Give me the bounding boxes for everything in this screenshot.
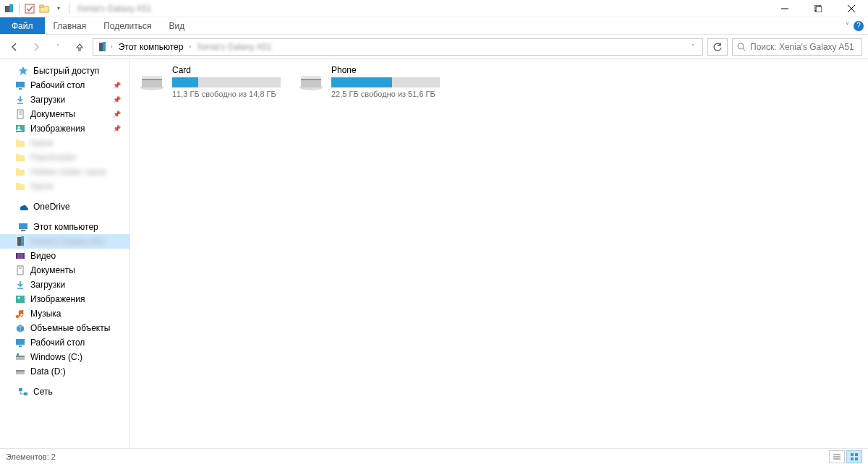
breadcrumb-device[interactable]: Xenia's Galaxy A51: [194, 42, 275, 52]
svg-rect-42: [16, 339, 25, 345]
app-icon: [3, 3, 14, 14]
usage-fill: [172, 77, 198, 87]
refresh-button[interactable]: [707, 38, 728, 56]
svg-rect-45: [16, 356, 25, 357]
address-dropdown-icon[interactable]: ˅: [686, 43, 699, 50]
pin-icon: 📌: [113, 111, 125, 118]
properties-icon[interactable]: [24, 3, 35, 14]
thispc-icon: [17, 221, 29, 233]
sidebar-item-blurred[interactable]: Hidden folder name: [0, 165, 129, 179]
qat-dropdown-icon[interactable]: ▾: [53, 3, 64, 14]
search-icon: [737, 43, 746, 51]
sidebar-network[interactable]: Сеть: [0, 384, 129, 399]
svg-point-41: [18, 297, 20, 299]
video-icon: [14, 250, 26, 262]
svg-rect-46: [17, 353, 19, 356]
sidebar-item-label: Быстрый доступ: [33, 66, 99, 76]
svg-rect-11: [103, 42, 106, 51]
pin-icon: 📌: [113, 82, 125, 89]
svg-rect-10: [99, 43, 103, 51]
sidebar-quick-access[interactable]: Быстрый доступ: [0, 64, 129, 78]
onedrive-icon: [17, 201, 29, 212]
close-button[interactable]: [835, 0, 868, 17]
desktop-icon: [14, 80, 26, 91]
svg-rect-15: [19, 88, 22, 90]
minimize-button[interactable]: [768, 0, 801, 17]
phone-icon: [14, 236, 26, 247]
tab-home[interactable]: Главная: [45, 17, 95, 34]
recent-dropdown[interactable]: ˅: [49, 38, 67, 56]
sidebar-item-device[interactable]: Xenia's Galaxy A51: [0, 234, 129, 249]
cube-icon: [14, 322, 26, 334]
tab-view[interactable]: Вид: [160, 17, 193, 34]
downloads-icon: [14, 94, 26, 106]
sidebar-item-label: Объемные объекты: [30, 323, 110, 333]
sidebar-item-downloads2[interactable]: Загрузки: [0, 278, 129, 292]
sidebar-item-blurred[interactable]: Name: [0, 179, 129, 194]
sidebar-item-label: Рабочий стол: [30, 338, 85, 348]
folder-qat-icon[interactable]: [38, 3, 50, 14]
desktop-icon: [14, 337, 26, 348]
forward-button[interactable]: [27, 38, 45, 56]
sidebar-item-desktop2[interactable]: Рабочий стол: [0, 335, 129, 350]
sidebar-item-documents2[interactable]: Документы: [0, 263, 129, 278]
maximize-button[interactable]: [801, 0, 835, 17]
svg-rect-31: [21, 230, 25, 231]
svg-rect-29: [16, 183, 20, 185]
back-button[interactable]: [6, 38, 23, 56]
svg-rect-49: [19, 388, 22, 391]
details-view-button[interactable]: [829, 450, 845, 463]
folder-icon: [14, 137, 26, 149]
drive-name: Phone: [331, 65, 450, 75]
sidebar-item-documents[interactable]: Документы 📌: [0, 107, 129, 121]
svg-rect-26: [16, 170, 25, 176]
drive-tile-card[interactable]: Card 11,3 ГБ свободно из 14,8 ГБ: [139, 65, 291, 98]
sidebar-item-label: Xenia's Galaxy A51: [30, 236, 106, 246]
device-icon: [96, 41, 108, 53]
search-box[interactable]: [732, 38, 862, 56]
breadcrumb-thispc[interactable]: Этот компьютер: [116, 42, 187, 52]
drive-icon: [14, 351, 26, 363]
storage-icon: [298, 72, 324, 92]
sidebar-item-blurred[interactable]: Name: [0, 136, 129, 150]
ribbon-expand-icon[interactable]: ˅: [846, 22, 849, 30]
sidebar-item-drive-d[interactable]: Data (D:): [0, 364, 129, 379]
sidebar-item-3dobjects[interactable]: Объемные объекты: [0, 321, 129, 335]
svg-rect-4: [40, 5, 43, 7]
svg-rect-7: [816, 7, 822, 12]
usage-fill: [331, 77, 392, 87]
qat-separator-2: [69, 4, 69, 14]
help-icon[interactable]: ?: [854, 21, 864, 31]
sidebar-item-music[interactable]: Музыка: [0, 306, 129, 321]
tab-file[interactable]: Файл: [0, 17, 45, 34]
tiles-view-button[interactable]: [846, 450, 862, 463]
sidebar-item-label: Музыка: [30, 309, 61, 319]
address-bar[interactable]: › Этот компьютер › Xenia's Galaxy A51 ˅: [93, 38, 703, 56]
sidebar-item-video[interactable]: Видео: [0, 249, 129, 263]
sidebar-item-drive-c[interactable]: Windows (C:): [0, 350, 129, 364]
search-input[interactable]: [750, 42, 859, 52]
tab-share[interactable]: Поделиться: [95, 17, 160, 34]
breadcrumb-chevron[interactable]: ›: [187, 43, 192, 50]
breadcrumb-chevron[interactable]: ›: [109, 43, 114, 50]
sidebar-item-label: Name: [30, 181, 54, 192]
up-button[interactable]: [71, 38, 88, 56]
sidebar-item-label: Этот компьютер: [33, 222, 98, 232]
sidebar: Быстрый доступ Рабочий стол 📌 Загрузки 📌…: [0, 59, 130, 448]
sidebar-item-pictures[interactable]: Изображения 📌: [0, 121, 129, 136]
sidebar-item-downloads[interactable]: Загрузки 📌: [0, 93, 129, 107]
sidebar-thispc[interactable]: Этот компьютер: [0, 220, 129, 234]
svg-rect-35: [16, 253, 17, 259]
svg-rect-33: [21, 236, 24, 246]
drive-tile-phone[interactable]: Phone 22,5 ГБ свободно из 51,6 ГБ: [298, 65, 450, 98]
content-pane[interactable]: Card 11,3 ГБ свободно из 14,8 ГБ Phone 2…: [130, 59, 868, 448]
sidebar-item-pictures2[interactable]: Изображения: [0, 292, 129, 306]
sidebar-onedrive[interactable]: OneDrive: [0, 199, 129, 214]
drive-name: Card: [172, 65, 291, 75]
sidebar-item-label: Изображения: [30, 124, 85, 134]
sidebar-item-desktop[interactable]: Рабочий стол 📌: [0, 78, 129, 93]
svg-rect-1: [9, 4, 13, 12]
svg-point-12: [738, 43, 744, 49]
sidebar-item-label: Загрузки: [30, 280, 65, 290]
sidebar-item-blurred[interactable]: Placeholder: [0, 150, 129, 165]
